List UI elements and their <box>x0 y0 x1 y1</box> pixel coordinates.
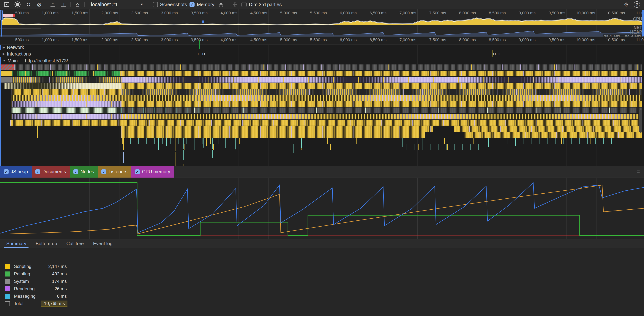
memory-series-nodes <box>0 182 644 236</box>
checkbox-checked-icon[interactable]: ✓ <box>135 169 140 174</box>
summary-divider <box>72 248 72 316</box>
tab-event-log[interactable]: Event log <box>91 240 114 248</box>
timeline-overview[interactable]: 500 ms1,000 ms1,500 ms2,000 ms2,500 ms3,… <box>0 9 644 36</box>
track-scrollbar-thumb[interactable] <box>639 110 642 133</box>
flame-row-segment[interactable] <box>121 70 642 76</box>
flame-deep-call-spike <box>402 138 403 147</box>
legend-swatch-system <box>5 279 10 284</box>
flame-row-segment[interactable] <box>12 101 121 107</box>
track-panel[interactable]: ▶ Network ▶ Interactions HHHH ▼ Main — h… <box>0 45 644 166</box>
flame-row-segment[interactable] <box>12 77 121 82</box>
overview-time-ruler: 500 ms1,000 ms1,500 ms2,000 ms2,500 ms3,… <box>0 10 644 16</box>
flame-deep-call-spike <box>422 138 422 148</box>
overview-left-drag-handle[interactable] <box>0 10 3 21</box>
checkbox-checked-icon[interactable]: ✓ <box>4 169 8 174</box>
memory-legend-chip-gpu-memory[interactable]: ✓GPU memory <box>131 166 174 178</box>
flame-row-segment[interactable] <box>4 83 121 89</box>
track-time-ruler: 500 ms1,000 ms1,500 ms2,000 ms2,500 ms3,… <box>0 36 644 45</box>
memory-legend-chip-nodes[interactable]: ✓Nodes <box>70 166 98 178</box>
flame-row-segment[interactable] <box>121 132 425 138</box>
main-flame-chart[interactable] <box>0 45 644 166</box>
flame-deep-call-spike <box>158 138 159 150</box>
legend-value: 492 ms <box>51 271 68 277</box>
flame-row-segment[interactable] <box>121 83 642 89</box>
flame-deep-call-spike <box>183 150 184 160</box>
flame-deep-call-spike <box>267 144 267 154</box>
help-icon[interactable]: ? <box>633 1 641 8</box>
reload-record-button[interactable]: ↻ <box>24 1 32 8</box>
network-track-header[interactable]: ▶ Network <box>2 45 24 50</box>
overview-left-handle-line <box>1 21 2 36</box>
home-live-metrics-button[interactable]: ⌂ <box>74 1 82 8</box>
flame-row-segment[interactable] <box>121 101 642 107</box>
hamburger-menu-icon[interactable]: ≡ <box>636 170 640 173</box>
overview-network-request-end <box>14 14 15 17</box>
checkbox-checked-icon[interactable]: ✓ <box>74 169 78 174</box>
memory-checkbox[interactable]: ✓ Memory <box>190 2 214 8</box>
collapse-tracks-icon[interactable] <box>231 1 239 8</box>
flame-deep-call-spike <box>37 126 38 138</box>
flame-row-segment[interactable] <box>121 114 642 120</box>
flame-row-segment[interactable] <box>121 126 433 132</box>
flame-row-segment[interactable] <box>12 114 121 120</box>
flame-row-segment[interactable] <box>122 138 618 144</box>
toolbar-divider <box>46 2 46 7</box>
flame-deep-call-spike <box>123 126 124 150</box>
clear-button[interactable]: ⊘ <box>35 1 43 8</box>
summary-legend-row: Rendering26 ms <box>5 286 68 292</box>
flame-deep-call-spike <box>301 138 302 148</box>
flame-row-segment[interactable] <box>12 95 642 101</box>
checkbox-checked-icon[interactable]: ✓ <box>101 169 106 174</box>
flame-row-segment[interactable] <box>1 77 12 82</box>
expand-arrow-icon[interactable]: ▶ <box>2 46 5 49</box>
tab-bottom-up[interactable]: Bottom-up <box>33 240 59 248</box>
performance-marker-line <box>199 40 200 49</box>
flame-row-segment[interactable] <box>12 108 121 113</box>
cpu-strip-label: CPU <box>633 16 642 22</box>
settings-gear-icon[interactable]: ⚙ <box>622 1 630 8</box>
interactions-track-header[interactable]: ▶ Interactions <box>2 51 31 57</box>
memory-legend-chip-documents[interactable]: ✓Documents <box>32 166 70 178</box>
flame-row-segment[interactable] <box>10 120 642 126</box>
flame-row-segment[interactable] <box>464 132 642 138</box>
memory-legend-chip-listeners[interactable]: ✓Listeners <box>98 166 131 178</box>
collect-garbage-icon[interactable] <box>217 1 225 8</box>
session-select[interactable]: localhost #1 ▼ <box>87 2 147 8</box>
collapse-arrow-icon[interactable]: ▼ <box>2 59 6 62</box>
flame-row-segment[interactable] <box>121 108 642 113</box>
screenshots-label: Screenshots <box>160 2 187 8</box>
flame-row-segment[interactable] <box>14 64 642 70</box>
memory-legend-chip-js-heap[interactable]: ✓JS heap <box>0 166 32 178</box>
flame-row-segment[interactable] <box>12 89 121 95</box>
memory-legend-label: GPU memory <box>142 169 170 174</box>
screenshots-checkbox[interactable]: Screenshots <box>153 2 187 8</box>
download-profile-button[interactable]: ↓ <box>60 1 68 8</box>
overview-right-drag-handle[interactable] <box>642 10 644 36</box>
expand-arrow-icon[interactable]: ▶ <box>2 52 5 56</box>
main-track-header[interactable]: ▼ Main — http://localhost:5173/ <box>2 58 68 64</box>
record-button[interactable] <box>14 1 22 8</box>
checkbox-checked-icon[interactable]: ✓ <box>36 169 40 174</box>
flame-deep-call-spike <box>212 138 213 149</box>
flame-row-segment[interactable] <box>454 126 642 132</box>
checkbox-checked-icon: ✓ <box>190 2 194 7</box>
dock-side-icon[interactable] <box>2 1 11 8</box>
legend-label: System <box>14 279 47 284</box>
flame-deep-call-spike <box>276 138 276 147</box>
flame-row-segment[interactable] <box>12 70 121 76</box>
flame-row-segment[interactable] <box>121 77 642 82</box>
flame-row-segment[interactable] <box>1 70 12 76</box>
legend-swatch-messaging <box>5 294 10 299</box>
flame-row-segment[interactable] <box>126 144 483 150</box>
tab-summary[interactable]: Summary <box>4 240 28 248</box>
flame-row-segment[interactable] <box>121 89 642 95</box>
tab-call-tree[interactable]: Call tree <box>64 240 86 248</box>
dim-3rd-parties-checkbox[interactable]: Dim 3rd parties <box>242 2 282 8</box>
toolbar-divider <box>84 2 84 7</box>
legend-label: Painting <box>14 271 47 276</box>
interaction-marker-label: H <box>493 52 496 56</box>
net-strip-line <box>0 27 644 27</box>
memory-counters-chart[interactable] <box>0 178 644 240</box>
upload-profile-button[interactable]: ↑ <box>49 1 57 8</box>
memory-series-js-heap <box>0 183 644 233</box>
